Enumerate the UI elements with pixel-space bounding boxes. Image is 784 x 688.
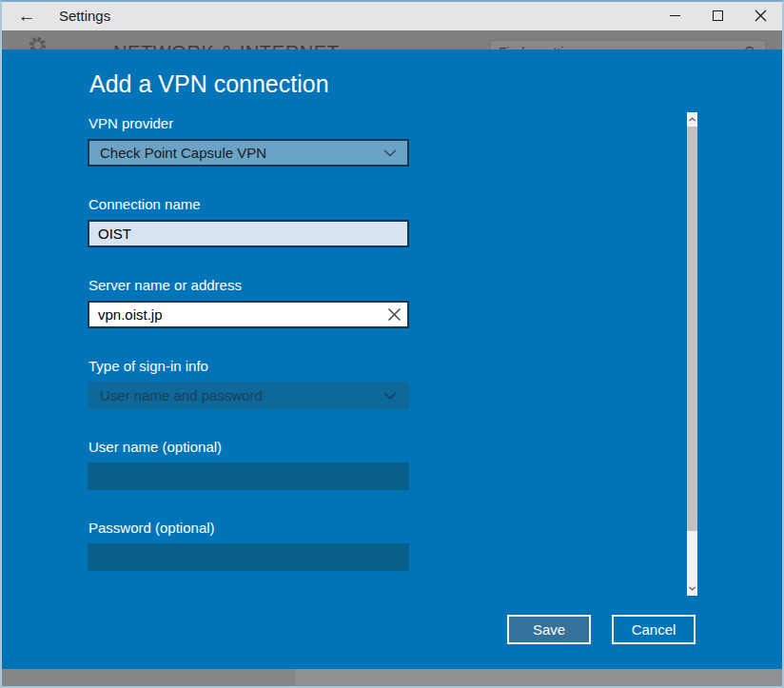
gear-icon [29, 36, 47, 49]
dimmed-content-area [295, 669, 784, 688]
dialog-title: Add a VPN connection [89, 70, 329, 98]
connection-name-input[interactable] [88, 220, 409, 247]
titlebar: ← Settings [0, 0, 784, 30]
dimmed-page-top: NETWORK & INTERNET Find a setting [0, 30, 784, 49]
minimize-icon [670, 15, 680, 17]
password-label: Password (optional) [88, 520, 215, 536]
scrollbar-up-button[interactable] [687, 112, 697, 127]
chevron-up-icon [689, 117, 696, 122]
username-label: User name (optional) [88, 439, 222, 455]
signin-type-label: Type of sign-in info [88, 358, 208, 374]
scrollbar-down-button[interactable] [687, 581, 697, 596]
server-input[interactable] [88, 301, 409, 328]
back-arrow-icon: ← [18, 6, 36, 27]
maximize-icon [713, 10, 723, 21]
chevron-down-icon [383, 149, 397, 157]
vpn-provider-value: Check Point Capsule VPN [100, 145, 266, 161]
server-label: Server name or address [88, 277, 242, 293]
clear-text-button[interactable] [384, 306, 403, 323]
signin-type-value: User name and password [100, 387, 263, 403]
cancel-button[interactable]: Cancel [612, 615, 696, 644]
username-input[interactable] [88, 462, 409, 490]
minimize-button[interactable] [654, 2, 696, 29]
dimmed-page-bottom [0, 669, 784, 688]
vpn-provider-label: VPN provider [88, 115, 173, 131]
clear-x-icon [387, 307, 402, 322]
add-vpn-dialog: Add a VPN connection VPN provider Check … [0, 49, 784, 669]
close-icon [755, 10, 767, 22]
scrollbar-thumb[interactable] [687, 127, 697, 531]
save-button[interactable]: Save [507, 615, 591, 644]
scrollbar[interactable] [687, 112, 697, 596]
server-field-wrap [88, 301, 409, 328]
maximize-button[interactable] [696, 2, 739, 29]
chevron-down-icon [689, 586, 696, 591]
save-button-label: Save [533, 621, 565, 638]
username-field-wrap [88, 462, 409, 490]
signin-type-dropdown: User name and password [88, 382, 409, 409]
settings-window: ← Settings NETWORK & INTERNET Find a set… [0, 0, 784, 688]
search-input[interactable]: Find a setting [490, 40, 766, 49]
chevron-down-icon [383, 392, 397, 400]
section-title: NETWORK & INTERNET [113, 42, 339, 49]
close-button[interactable] [739, 2, 782, 29]
connection-name-label: Connection name [88, 196, 201, 212]
cancel-button-label: Cancel [632, 621, 676, 638]
back-button[interactable]: ← [8, 2, 46, 29]
window-controls [654, 2, 782, 29]
connection-name-field-wrap [88, 220, 409, 247]
vpn-provider-dropdown[interactable]: Check Point Capsule VPN [88, 139, 409, 167]
password-field-wrap [88, 543, 409, 571]
window-title: Settings [59, 0, 110, 30]
dimmed-sidebar-area [0, 669, 295, 688]
password-input[interactable] [88, 543, 409, 571]
